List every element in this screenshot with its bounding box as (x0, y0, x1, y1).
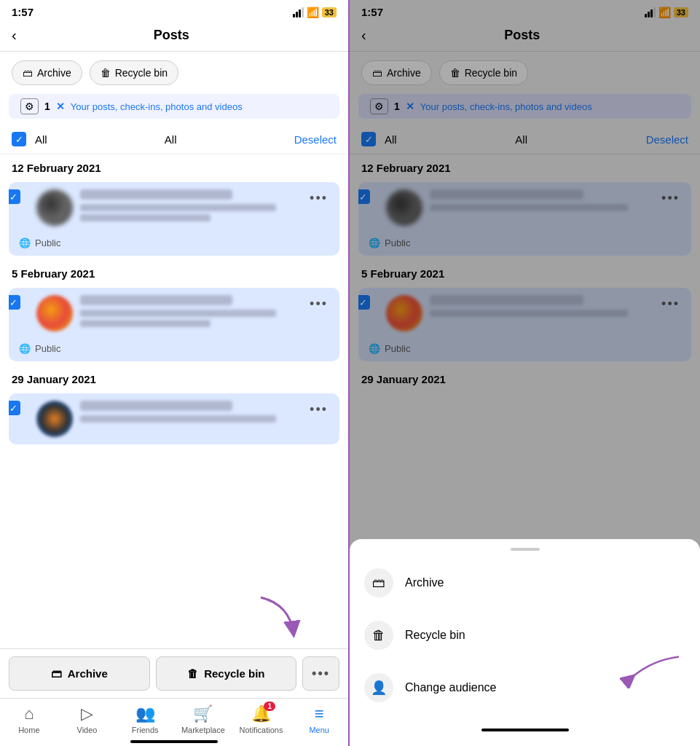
post-cards-left: 12 February 2021 ✓ ••• 🌐 Public 5 Febr (0, 154, 348, 648)
all-label2-left: All (56, 133, 286, 146)
post-card-inner-1-left: ✓ ••• (9, 182, 339, 233)
sheet-recycle-label: Recycle bin (405, 629, 465, 642)
arrow-annotation-left (246, 590, 304, 651)
archive-action-label: Archive (68, 667, 108, 680)
post-card-2-left[interactable]: ✓ ••• 🌐 Public (9, 288, 339, 361)
nav-notifications-left[interactable]: 🔔 1 Notifications (232, 704, 291, 734)
wifi-icon: 📶 (307, 7, 319, 18)
sheet-arrow-annotation (620, 645, 685, 691)
post-footer-2-left: 🌐 Public (9, 339, 339, 361)
sheet-recycle-icon: 🗑 (364, 621, 393, 650)
friends-label-left: Friends (132, 726, 159, 734)
video-label-left: Video (77, 726, 98, 734)
post-more-1-left[interactable]: ••• (305, 189, 332, 208)
checkbox-all-left[interactable]: ✓ (12, 132, 26, 146)
left-panel: 1:57 📶 33 ‹ Posts 🗃 Archive 🗑 Recycle bi… (0, 0, 350, 746)
select-all-row-left: ✓ All All Deselect (0, 125, 348, 154)
back-button-left[interactable]: ‹ (12, 27, 17, 44)
sheet-audience-label: Change audience (405, 681, 496, 694)
marketplace-label-left: Marketplace (181, 726, 225, 734)
recycle-chip-label-left: Recycle bin (115, 67, 168, 79)
bottom-nav-left: ⌂ Home ▷ Video 👥 Friends 🛒 Marketplace 🔔… (0, 698, 348, 737)
right-panel: 1:57 📶 33 ‹ Posts 🗃 Archive 🗑 Recycle bi… (350, 0, 700, 746)
menu-label-left: Menu (309, 726, 329, 734)
post-avatar-2-left (36, 295, 73, 331)
archive-action-icon: 🗃 (51, 667, 62, 680)
bottom-action-bar-left: 🗃 Archive 🗑 Recycle bin ••• (0, 648, 348, 698)
menu-icon-left: ≡ (315, 704, 324, 723)
post-text-blur2-1-left (80, 214, 211, 221)
globe-icon-2-left: 🌐 (19, 343, 31, 354)
recycle-action-btn[interactable]: 🗑 Recycle bin (156, 656, 297, 691)
post-card-inner-2-left: ✓ ••• (9, 288, 339, 339)
time-left: 1:57 (12, 6, 34, 18)
post-more-2-left[interactable]: ••• (305, 295, 332, 313)
friends-icon-left: 👥 (135, 704, 155, 723)
post-avatar-1-left (36, 189, 73, 226)
filter-count-left: 1 (44, 101, 50, 112)
home-indicator-right (481, 729, 569, 731)
sheet-audience-icon: 👤 (364, 673, 393, 702)
sheet-handle (511, 548, 540, 551)
archive-icon-left: 🗃 (23, 67, 33, 79)
status-bar-left: 1:57 📶 33 (0, 0, 348, 21)
post-content-3-left (80, 401, 298, 425)
video-icon-left: ▷ (81, 704, 93, 723)
nav-video-left[interactable]: ▷ Video (58, 704, 117, 734)
date-section-1-left: 12 February 2021 (0, 154, 348, 178)
home-indicator-left (0, 737, 348, 746)
post-footer-1-left: 🌐 Public (9, 233, 339, 256)
post-visibility-2-left: Public (35, 343, 60, 354)
nav-menu-left[interactable]: ≡ Menu (290, 704, 348, 734)
recycle-action-icon: 🗑 (187, 667, 198, 680)
filter-row-left: ⚙ 1 ✕ Your posts, check-ins, photos and … (9, 94, 339, 119)
post-card-3-left[interactable]: ✓ ••• (9, 393, 339, 444)
post-text-blur-2-left (80, 310, 276, 317)
post-visibility-1-left: Public (35, 237, 60, 248)
post-name-blur-3-left (80, 401, 232, 411)
post-card-1-left[interactable]: ✓ ••• 🌐 Public (9, 182, 339, 256)
archive-action-btn[interactable]: 🗃 Archive (9, 656, 150, 691)
post-card-inner-3-left: ✓ ••• (9, 393, 339, 444)
recycle-chip-left[interactable]: 🗑 Recycle bin (90, 60, 178, 85)
battery-left: 33 (322, 7, 337, 17)
notif-badge-left: 1 (264, 702, 275, 711)
post-avatar-3-left (36, 401, 73, 437)
bottom-sheet: 🗃 Archive 🗑 Recycle bin 👤 Change audienc… (350, 539, 700, 746)
sheet-item-archive[interactable]: 🗃 Archive (350, 557, 700, 609)
post-name-blur-2-left (80, 295, 232, 305)
post-checkbox-1-left[interactable]: ✓ (9, 189, 20, 204)
post-checkbox-3-left[interactable]: ✓ (9, 401, 20, 415)
date-section-3-left: 29 January 2021 (0, 366, 348, 389)
more-action-icon: ••• (312, 666, 330, 681)
marketplace-icon-left: 🛒 (193, 704, 213, 723)
date-section-2-left: 5 February 2021 (0, 260, 348, 283)
filter-close-left[interactable]: ✕ (56, 101, 65, 112)
post-content-2-left (80, 295, 298, 327)
sheet-archive-label: Archive (405, 576, 444, 589)
globe-icon-1-left: 🌐 (19, 237, 31, 248)
post-name-blur-1-left (80, 189, 232, 200)
nav-marketplace-left[interactable]: 🛒 Marketplace (174, 704, 232, 734)
post-text-blur2-2-left (80, 320, 211, 327)
nav-friends-left[interactable]: 👥 Friends (116, 704, 174, 734)
status-icons-left: 📶 33 (293, 7, 337, 18)
archive-chip-left[interactable]: 🗃 Archive (12, 60, 82, 85)
post-text-blur-3-left (80, 415, 276, 423)
deselect-left[interactable]: Deselect (294, 133, 337, 146)
post-more-3-left[interactable]: ••• (305, 401, 332, 419)
signal-icon (293, 7, 304, 17)
page-title-left: Posts (28, 28, 315, 43)
filter-control-icon-left[interactable]: ⚙ (20, 98, 39, 114)
more-action-btn[interactable]: ••• (302, 656, 339, 691)
nav-home-left[interactable]: ⌂ Home (0, 704, 58, 734)
date-label-1-left: 12 February 2021 (12, 162, 101, 174)
home-icon-left: ⌂ (24, 704, 34, 723)
sheet-archive-icon: 🗃 (364, 568, 393, 597)
post-text-blur-1-left (80, 204, 276, 211)
post-content-1-left (80, 189, 298, 221)
home-label-left: Home (18, 726, 39, 734)
post-checkbox-2-left[interactable]: ✓ (9, 295, 20, 310)
header-left: ‹ Posts (0, 21, 348, 52)
filter-chips-left: 🗃 Archive 🗑 Recycle bin (0, 52, 348, 94)
